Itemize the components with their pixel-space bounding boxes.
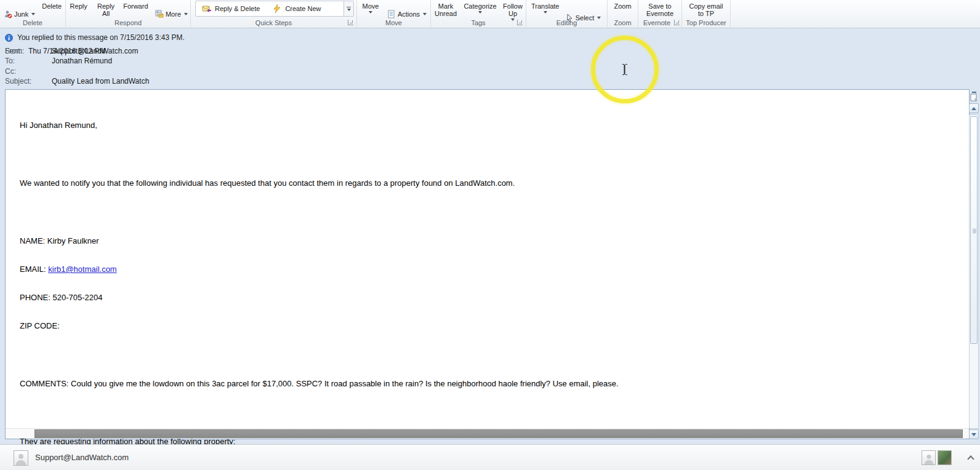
quick-steps-gallery: Reply & Delete Create New	[195, 1, 354, 17]
contact-thumbnail-generic[interactable]	[922, 450, 936, 465]
triangle-up-icon	[971, 107, 976, 110]
chevron-down-icon	[423, 13, 427, 15]
ribbon-group-evernote: Save to Evernote Evernote	[638, 0, 682, 27]
junk-label: Junk	[14, 10, 28, 18]
scroll-down-button[interactable]	[969, 429, 979, 439]
email-link[interactable]: kirb1@hotmail.com	[48, 265, 116, 274]
select-button[interactable]: Select	[563, 4, 604, 31]
group-label-quick-steps: Quick Steps	[191, 19, 356, 26]
person-silhouette-icon	[15, 453, 26, 465]
subject-value: Quality Lead from LandWatch	[52, 77, 149, 86]
chevron-down-icon	[369, 11, 372, 14]
group-label-editing: Editing	[526, 19, 607, 26]
ribbon-group-respond: Reply Reply All Forward More Respond	[66, 0, 191, 27]
scroll-up-button[interactable]	[969, 103, 979, 113]
ribbon-group-move: Move Actions Move	[357, 0, 431, 27]
subject-label: Subject:	[5, 77, 52, 86]
contact-thumbnail-photo[interactable]	[938, 450, 952, 465]
group-label-tags: Tags	[431, 19, 526, 26]
reply-all-button[interactable]: Reply All	[93, 1, 118, 19]
sent-row: Sent: Thu 7/14/2016 5:02 PM	[5, 47, 976, 55]
chevron-down-icon	[184, 13, 188, 15]
reply-and-delete-button[interactable]: Reply & Delete	[196, 4, 266, 14]
create-new-icon	[272, 4, 282, 14]
message-header: You replied to this message on 7/15/2016…	[0, 28, 980, 89]
evernote-dialog-launcher-icon[interactable]	[674, 20, 680, 25]
ribbon-group-editing: Translate Select Editing	[526, 0, 608, 27]
ribbon-group-zoom: Zoom Zoom	[608, 0, 638, 27]
ribbon: Junk Delete Delete Reply Reply All Forwa…	[0, 0, 980, 28]
copy-email-to-tp-button[interactable]: Copy email to TP	[685, 1, 728, 19]
sent-value: Thu 7/14/2016 5:02 PM	[28, 47, 105, 55]
sent-label: Sent:	[5, 47, 22, 55]
reading-pane: Hi Jonathan Remund, We wanted to notify …	[0, 89, 980, 444]
zoom-button[interactable]: Zoom	[611, 1, 633, 12]
delete-button[interactable]: Delete	[39, 1, 64, 12]
people-pane[interactable]: Support@LandWatch.com	[0, 444, 980, 470]
scrollbar-grip-icon	[973, 229, 976, 234]
ribbon-group-top-producer: Copy email to TP Top Producer	[682, 0, 731, 27]
ribbon-group-delete: Junk Delete Delete	[0, 0, 66, 27]
chevron-down-icon	[31, 13, 35, 15]
chevron-down-icon	[544, 11, 547, 14]
greeting-line: Hi Jonathan Remund,	[20, 121, 944, 130]
person-silhouette-icon	[924, 453, 934, 464]
vertical-scrollbar-thumb[interactable]	[970, 116, 978, 344]
group-label-top-producer: Top Producer	[682, 19, 730, 26]
ribbon-group-quick-steps: Reply & Delete Create New Quick Steps	[191, 0, 357, 27]
tags-dialog-launcher-icon[interactable]	[517, 20, 523, 25]
to-label: To:	[5, 57, 52, 65]
group-label-delete: Delete	[0, 19, 65, 26]
group-label-respond: Respond	[66, 19, 190, 26]
lead-email-line: EMAIL: kirb1@hotmail.com	[20, 265, 944, 274]
horizontal-scrollbar-thumb[interactable]	[34, 429, 963, 438]
ribbon-group-tags: Mark Unread Categorize Follow Up Tags	[431, 0, 526, 27]
gallery-bar-icon	[347, 7, 351, 7]
infobar: You replied to this message on 7/15/2016…	[5, 33, 185, 42]
cc-label: Cc:	[5, 67, 52, 76]
comments-line: COMMENTS: Could you give me the lowdown …	[20, 379, 944, 389]
translate-button[interactable]: Translate	[530, 1, 561, 15]
to-value: Jonathan Rémund	[52, 57, 112, 65]
intro-line: We wanted to notify you that the followi…	[20, 178, 944, 188]
sender-avatar[interactable]	[14, 450, 28, 466]
lead-name-line: NAME: Kirby Faulkner	[20, 236, 944, 246]
mark-unread-button[interactable]: Mark Unread	[431, 1, 460, 19]
reply-button[interactable]: Reply	[66, 1, 91, 12]
vertical-scrollbar	[969, 89, 979, 439]
lead-phone-line: PHONE: 520-705-2204	[20, 293, 944, 303]
reply-delete-icon	[202, 4, 212, 14]
forward-button[interactable]: Forward	[121, 1, 151, 12]
group-label-zoom: Zoom	[608, 19, 638, 26]
create-new-button[interactable]: Create New	[266, 4, 327, 14]
people-pane-email: Support@LandWatch.com	[35, 453, 129, 462]
message-options-icon[interactable]	[970, 92, 978, 102]
quick-steps-more-button[interactable]	[343, 1, 353, 16]
message-text: Hi Jonathan Remund, We wanted to notify …	[20, 102, 944, 470]
lead-zip-line: ZIP CODE:	[20, 321, 944, 331]
info-icon	[5, 34, 13, 42]
quick-steps-dialog-launcher-icon[interactable]	[348, 20, 353, 25]
horizontal-scrollbar[interactable]	[6, 428, 969, 439]
triangle-down-icon	[971, 433, 976, 436]
vertical-scrollbar-track[interactable]	[969, 114, 979, 429]
gallery-dropdown-icon	[347, 9, 351, 11]
group-label-move: Move	[357, 19, 430, 26]
move-button[interactable]: Move	[358, 1, 383, 15]
message-body: Hi Jonathan Remund, We wanted to notify …	[5, 89, 970, 439]
infobar-text: You replied to this message on 7/15/2016…	[17, 33, 185, 42]
chevron-down-icon	[478, 11, 482, 14]
collapse-people-pane-icon[interactable]	[968, 455, 974, 460]
categorize-button[interactable]: Categorize	[462, 1, 498, 15]
save-to-evernote-button[interactable]: Save to Evernote	[643, 1, 677, 19]
